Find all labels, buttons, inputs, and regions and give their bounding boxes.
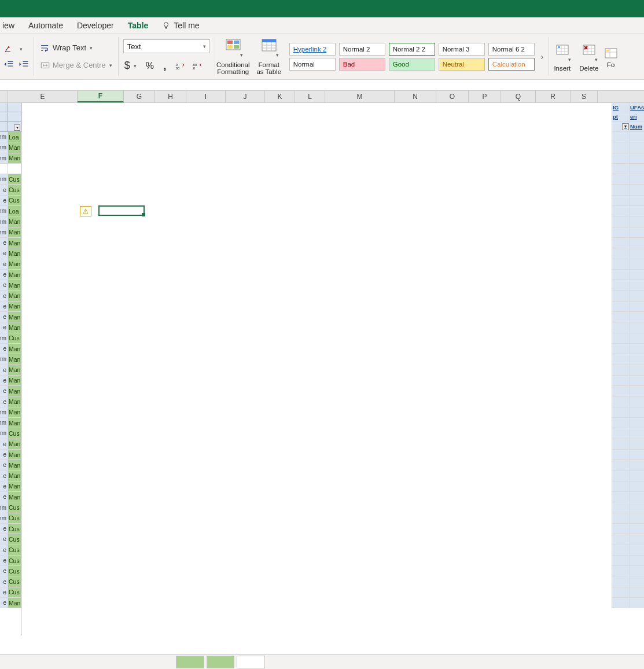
table-cell[interactable] (629, 354, 644, 365)
row-cell-b[interactable]: Cus (8, 174, 21, 185)
table-cell[interactable] (629, 291, 644, 301)
row-cell-a[interactable]: e (0, 365, 8, 376)
row-cell-b[interactable] (8, 164, 21, 174)
column-header-L[interactable]: L (295, 91, 325, 102)
row-cell-b[interactable]: Man (8, 259, 21, 270)
table-cell[interactable] (629, 460, 644, 470)
row-cell-b[interactable]: Man (8, 280, 21, 291)
table-cell[interactable] (612, 386, 629, 396)
table-cell[interactable] (629, 450, 644, 460)
row-cell-b[interactable]: Man (8, 216, 21, 227)
style-normal-2-2[interactable]: Normal 2 2 (389, 43, 435, 56)
style-normal[interactable]: Normal (289, 58, 336, 71)
row-cell-a[interactable]: e (0, 376, 8, 386)
sheet-tab[interactable] (237, 656, 265, 668)
column-header-R[interactable]: R (536, 91, 571, 102)
chevron-down-icon[interactable]: ▾ (90, 45, 93, 51)
row-cell-b[interactable]: Loa (8, 132, 21, 142)
table-cell[interactable] (612, 291, 629, 301)
table-cell[interactable] (612, 376, 629, 386)
row-cell-a[interactable]: hm (0, 132, 8, 142)
style-normal-3[interactable]: Normal 3 (439, 43, 485, 56)
row-cell-b[interactable]: Man (8, 386, 21, 396)
column-header-M[interactable]: M (325, 91, 395, 102)
table-cell[interactable] (629, 280, 644, 291)
table-cell[interactable] (612, 174, 629, 185)
column-header-K[interactable]: K (265, 91, 295, 102)
table-cell[interactable] (612, 164, 629, 174)
row-cell-b[interactable]: Man (8, 227, 21, 238)
table-cell[interactable] (629, 428, 644, 439)
row-cell-b[interactable]: Cus (8, 196, 21, 206)
row-cell-a[interactable]: hm (0, 418, 8, 428)
row-cell-b[interactable]: Man (8, 450, 21, 460)
table-cell[interactable] (612, 428, 629, 439)
table-cell[interactable] (612, 132, 629, 142)
table-cell[interactable] (629, 142, 644, 153)
row-cell-a[interactable]: e (0, 556, 8, 566)
tab-view[interactable]: iew (2, 19, 21, 32)
table-cell[interactable] (612, 492, 629, 502)
row-cell-a[interactable]: hm (0, 407, 8, 418)
wrap-text-button[interactable]: Wrap Text ▾ (39, 42, 113, 54)
row-cell-a[interactable]: e (0, 196, 8, 206)
table-cell[interactable] (612, 365, 629, 376)
table-cell[interactable] (629, 227, 644, 238)
error-smart-tag-icon[interactable]: ⚠ (80, 206, 91, 216)
row-cell-b[interactable]: Man (8, 460, 21, 470)
row-cell-a[interactable]: e (0, 248, 8, 259)
tab-table[interactable]: Table (121, 19, 156, 32)
column-header-J[interactable]: J (226, 91, 265, 102)
row-cell-b[interactable]: Cus (8, 185, 21, 195)
insert-cells-button[interactable]: ▾ Insert (549, 34, 576, 79)
format-as-table-button[interactable]: ▾ Formatas Table (251, 34, 287, 79)
row-cell-b[interactable]: Man (8, 291, 21, 301)
table-cell[interactable] (629, 566, 644, 576)
table-cell[interactable] (612, 460, 629, 470)
row-cell-b[interactable]: Man (8, 418, 21, 428)
row-cell-a[interactable]: e (0, 280, 8, 291)
row-cell-b[interactable]: Cus (8, 587, 21, 598)
style-normal-2[interactable]: Normal 2 (339, 43, 385, 56)
cell-styles-gallery[interactable]: Hyperlink 2 Normal Normal 2 Bad Normal 2… (287, 34, 549, 79)
sheet-tab[interactable] (207, 656, 235, 668)
accounting-format-button[interactable]: $▾ (123, 58, 138, 73)
table-cell[interactable] (629, 153, 644, 164)
table-cell[interactable] (612, 481, 629, 492)
table-cell[interactable] (629, 164, 644, 174)
table-cell[interactable] (612, 248, 629, 259)
table-cell[interactable] (612, 396, 629, 407)
table-cell[interactable] (612, 598, 629, 608)
row-cell-b[interactable]: Cus (8, 556, 21, 566)
column-header-G[interactable]: G (124, 91, 155, 102)
row-cell-a[interactable]: e (0, 576, 8, 587)
row-cell-b[interactable]: Cus (8, 566, 21, 576)
table-cell[interactable] (612, 576, 629, 587)
row-cell-b[interactable]: Cus (8, 502, 21, 513)
conditional-formatting-button[interactable]: ▾ ConditionalFormatting (215, 34, 251, 79)
table-cell[interactable] (612, 587, 629, 598)
column-header-P[interactable]: P (469, 91, 501, 102)
tab-developer[interactable]: Developer (70, 19, 121, 32)
chevron-down-icon[interactable]: ▾ (20, 46, 23, 52)
column-header-Q[interactable]: Q (501, 91, 536, 102)
table-cell[interactable] (612, 302, 629, 312)
table-cell[interactable] (612, 566, 629, 576)
table-cell[interactable] (612, 407, 629, 418)
style-good[interactable]: Good (389, 58, 435, 71)
row-cell-a[interactable]: e (0, 270, 8, 280)
filter-icon[interactable]: ▾ (14, 124, 20, 131)
sheet-tab[interactable] (176, 656, 204, 668)
table-cell[interactable] (612, 450, 629, 460)
style-calculation[interactable]: Calculation (488, 58, 535, 71)
style-normal-6-2[interactable]: Normal 6 2 (488, 43, 535, 56)
row-cell-a[interactable]: hm (0, 354, 8, 365)
row-cell-a[interactable]: e (0, 439, 8, 450)
row-cell-b[interactable]: Man (8, 598, 21, 608)
row-cell-b[interactable]: Man (8, 153, 21, 164)
increase-decimal-icon[interactable]: .0.00 (175, 61, 185, 71)
row-cell-a[interactable]: e (0, 545, 8, 556)
row-cell-b[interactable]: Man (8, 238, 21, 248)
column-header-I[interactable]: I (186, 91, 226, 102)
table-cell[interactable] (629, 492, 644, 502)
